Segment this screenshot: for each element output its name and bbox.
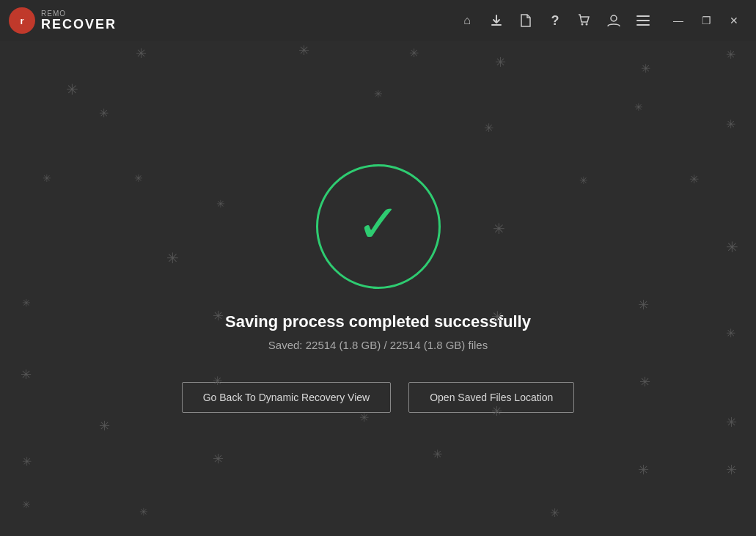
decoration-asterisk: ✳ bbox=[484, 121, 493, 135]
logo-area: r remo RECOVER bbox=[9, 7, 117, 34]
decoration-asterisk: ✳ bbox=[638, 462, 649, 478]
close-button[interactable]: ✕ bbox=[721, 7, 747, 34]
svg-rect-6 bbox=[636, 15, 650, 17]
logo-text: remo RECOVER bbox=[41, 10, 117, 31]
decoration-asterisk: ✳ bbox=[638, 297, 649, 313]
file-icon[interactable] bbox=[513, 7, 539, 34]
svg-point-4 bbox=[586, 23, 588, 26]
decoration-asterisk: ✳ bbox=[726, 414, 737, 430]
decoration-asterisk: ✳ bbox=[374, 88, 383, 100]
decoration-asterisk: ✳ bbox=[726, 238, 738, 256]
decoration-asterisk: ✳ bbox=[166, 249, 179, 267]
decoration-asterisk: ✳ bbox=[639, 374, 650, 390]
decoration-asterisk: ✳ bbox=[495, 54, 506, 70]
decoration-asterisk: ✳ bbox=[579, 175, 588, 186]
decoration-asterisk: ✳ bbox=[409, 46, 419, 60]
success-title: Saving process completed successfully bbox=[225, 312, 531, 331]
cart-icon[interactable] bbox=[571, 7, 598, 34]
decoration-asterisk: ✳ bbox=[634, 101, 643, 113]
decoration-asterisk: ✳ bbox=[726, 48, 735, 62]
help-icon[interactable]: ? bbox=[542, 7, 568, 34]
decoration-asterisk: ✳ bbox=[134, 172, 143, 184]
decoration-asterisk: ✳ bbox=[433, 447, 442, 461]
go-back-button[interactable]: Go Back To Dynamic Recovery View bbox=[182, 382, 391, 413]
decoration-asterisk: ✳ bbox=[43, 172, 51, 184]
decoration-asterisk: ✳ bbox=[99, 418, 110, 434]
decoration-asterisk: ✳ bbox=[99, 106, 109, 120]
main-content: ✓ Saving process completed successfully … bbox=[0, 41, 756, 536]
decoration-asterisk: ✳ bbox=[689, 172, 699, 186]
decoration-asterisk: ✳ bbox=[139, 506, 148, 518]
success-circle: ✓ bbox=[316, 164, 441, 289]
svg-rect-2 bbox=[491, 24, 502, 26]
decoration-asterisk: ✳ bbox=[216, 198, 225, 210]
decoration-asterisk: ✳ bbox=[22, 297, 31, 309]
decoration-asterisk: ✳ bbox=[136, 45, 147, 62]
svg-point-3 bbox=[581, 23, 584, 26]
success-subtitle: Saved: 22514 (1.8 GB) / 22514 (1.8 GB) f… bbox=[268, 339, 488, 351]
user-icon[interactable] bbox=[601, 7, 627, 34]
decoration-asterisk: ✳ bbox=[213, 308, 224, 324]
svg-point-5 bbox=[611, 15, 617, 21]
minimize-button[interactable]: — bbox=[665, 7, 691, 34]
home-icon[interactable]: ⌂ bbox=[454, 7, 480, 34]
menu-icon[interactable] bbox=[630, 7, 656, 34]
download-icon[interactable] bbox=[483, 7, 510, 34]
decoration-asterisk: ✳ bbox=[726, 326, 735, 340]
action-buttons: Go Back To Dynamic Recovery View Open Sa… bbox=[182, 382, 575, 413]
decoration-asterisk: ✳ bbox=[22, 455, 32, 469]
decoration-asterisk: ✳ bbox=[493, 220, 505, 238]
decoration-asterisk: ✳ bbox=[66, 81, 78, 98]
svg-rect-8 bbox=[636, 24, 650, 26]
decoration-asterisk: ✳ bbox=[21, 367, 32, 383]
maximize-button[interactable]: ❐ bbox=[693, 7, 719, 34]
open-files-button[interactable]: Open Saved Files Location bbox=[408, 382, 574, 413]
decoration-asterisk: ✳ bbox=[298, 43, 309, 59]
svg-text:r: r bbox=[20, 15, 23, 26]
decoration-asterisk: ✳ bbox=[550, 506, 559, 520]
window-controls: — ❐ ✕ bbox=[665, 7, 747, 34]
toolbar-icons: ⌂ ? bbox=[454, 7, 747, 34]
decoration-asterisk: ✳ bbox=[22, 499, 31, 510]
decoration-asterisk: ✳ bbox=[726, 117, 735, 131]
logo-recover-label: RECOVER bbox=[41, 18, 117, 31]
logo-icon: r bbox=[9, 7, 35, 34]
checkmark-icon: ✓ bbox=[356, 197, 400, 250]
decoration-asterisk: ✳ bbox=[726, 462, 737, 478]
svg-rect-7 bbox=[636, 20, 650, 21]
title-bar: r remo RECOVER ⌂ ? bbox=[0, 0, 756, 41]
decoration-asterisk: ✳ bbox=[213, 451, 224, 467]
decoration-asterisk: ✳ bbox=[641, 62, 650, 76]
